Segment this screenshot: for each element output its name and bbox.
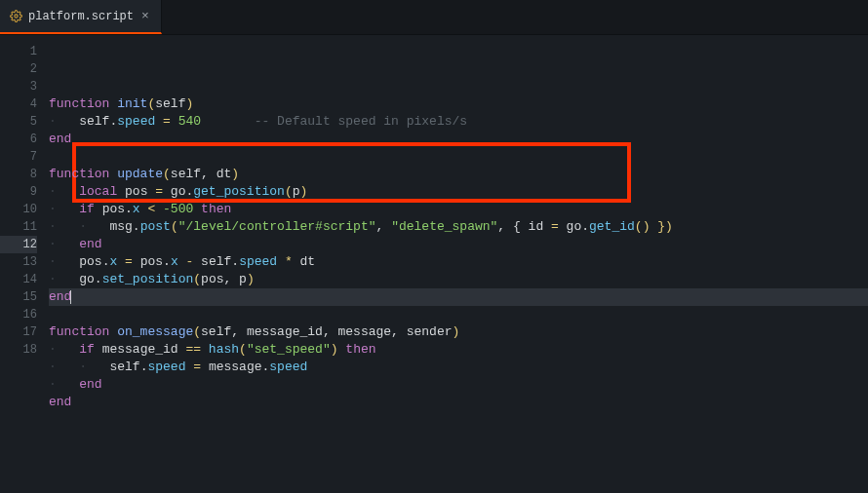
token-op: ): [185, 96, 193, 111]
code-line[interactable]: · if message_id == hash("set_speed") the…: [49, 341, 868, 359]
token-id: message_id: [102, 342, 178, 357]
gear-icon: [10, 10, 22, 22]
token-id: ,: [223, 272, 239, 286]
indent-guide: ·: [49, 377, 79, 392]
token-fn: init: [117, 96, 147, 111]
token-cmt: -- Default speed in pixels/s: [201, 114, 467, 129]
token-kw: function: [49, 167, 117, 181]
token-kw: end: [49, 289, 71, 304]
code-content[interactable]: function init(self)· self.speed = 540 --…: [49, 35, 868, 493]
code-line[interactable]: · end: [49, 376, 868, 394]
indent-guide: ·: [79, 219, 109, 234]
token-kw: if: [79, 202, 101, 216]
code-line[interactable]: · local pos = go.get_position(p): [49, 183, 868, 201]
line-number: 4: [0, 95, 37, 113]
token-mem: speed: [147, 360, 185, 374]
token-id: .: [231, 254, 239, 269]
code-line[interactable]: end: [49, 288, 868, 306]
token-op: =: [185, 360, 208, 374]
indent-guide: ·: [49, 272, 79, 286]
token-kw: end: [49, 395, 71, 409]
indent-guide: ·: [49, 360, 79, 374]
token-builtin: get_position: [193, 184, 285, 199]
token-id: pos: [140, 254, 163, 269]
token-builtin: set_position: [102, 272, 194, 286]
code-line[interactable]: · · msg.post("/level/controller#script",…: [49, 218, 868, 236]
token-kw: if: [79, 342, 101, 357]
code-line[interactable]: function init(self): [49, 95, 868, 113]
code-line[interactable]: function update(self, dt): [49, 166, 868, 183]
token-id: go: [79, 272, 95, 286]
token-id: ,: [376, 219, 392, 234]
line-number: 7: [0, 148, 37, 166]
token-op: =: [155, 114, 178, 129]
indent-guide: ·: [49, 237, 79, 251]
tab-bar: platform.script ×: [0, 0, 868, 35]
line-number: 9: [0, 183, 37, 201]
line-number: 14: [0, 271, 37, 288]
token-id: pos: [125, 184, 147, 199]
token-id: go: [171, 184, 186, 199]
token-str: "delete_spawn": [391, 219, 497, 234]
line-number: 16: [0, 306, 37, 323]
close-icon[interactable]: ×: [139, 10, 151, 22]
token-kw: function: [49, 324, 117, 339]
code-line[interactable]: · end: [49, 236, 868, 253]
code-line[interactable]: [49, 148, 868, 166]
line-number: 6: [0, 131, 37, 148]
token-id: dt: [300, 254, 316, 269]
code-area[interactable]: 123456789101112131415161718 function ini…: [0, 35, 868, 493]
token-op: -: [178, 254, 201, 269]
line-number: 8: [0, 166, 37, 183]
token-mem: speed: [117, 114, 155, 129]
token-op: =: [543, 219, 566, 234]
token-op: =: [147, 184, 170, 199]
token-fn: on_message: [117, 324, 193, 339]
file-tab[interactable]: platform.script ×: [0, 0, 162, 34]
code-line[interactable]: end: [49, 394, 868, 411]
line-number: 12: [0, 236, 37, 253]
token-kw: function: [49, 96, 117, 111]
token-se: self: [109, 360, 139, 374]
token-id: p: [239, 272, 247, 286]
token-id: pos: [102, 202, 125, 216]
token-op: *: [277, 254, 299, 269]
code-line[interactable]: · pos.x = pos.x - self.speed * dt: [49, 253, 868, 271]
token-op: (: [171, 219, 178, 234]
code-line[interactable]: · · self.speed = message.speed: [49, 359, 868, 376]
token-id: ,: [231, 324, 247, 339]
indent-guide: ·: [49, 184, 79, 199]
token-num: -500: [163, 202, 193, 216]
token-id: .: [125, 202, 133, 216]
token-op: ==: [178, 342, 209, 357]
line-number: 10: [0, 201, 37, 218]
tab-label: platform.script: [28, 10, 134, 23]
token-op: ): [231, 167, 239, 181]
token-op: () }): [635, 219, 673, 234]
vertical-scrollbar[interactable]: [856, 35, 868, 493]
line-number: 13: [0, 253, 37, 271]
token-op: ): [300, 184, 308, 199]
code-line[interactable]: · self.speed = 540 -- Default speed in p…: [49, 113, 868, 131]
token-id: msg: [109, 219, 132, 234]
token-id: message: [338, 324, 392, 339]
token-id: p: [293, 184, 300, 199]
token-id: ,: [391, 324, 407, 339]
svg-point-0: [15, 15, 18, 18]
code-line[interactable]: · if pos.x < -500 then: [49, 201, 868, 218]
indent-guide: ·: [49, 254, 79, 269]
token-op: ): [247, 272, 255, 286]
token-se: self: [171, 167, 201, 181]
token-kw: end: [79, 377, 101, 392]
token-id: sender: [407, 324, 453, 339]
code-line[interactable]: function on_message(self, message_id, me…: [49, 323, 868, 341]
token-id: go: [567, 219, 582, 234]
code-line[interactable]: · go.set_position(pos, p): [49, 271, 868, 288]
line-number: 1: [0, 43, 37, 60]
line-number: 15: [0, 288, 37, 306]
code-line[interactable]: end: [49, 131, 868, 148]
code-line[interactable]: [49, 306, 868, 323]
line-number: 5: [0, 113, 37, 131]
token-id: ,: [323, 324, 338, 339]
token-mem: x: [133, 202, 140, 216]
